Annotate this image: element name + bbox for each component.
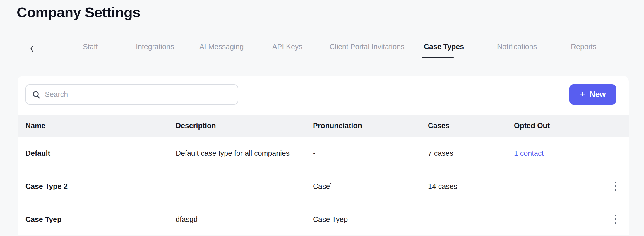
cell-cases: -: [428, 215, 514, 224]
active-tab-indicator: [422, 57, 454, 58]
cell-name: Default: [25, 149, 176, 158]
chevron-left-icon: [29, 45, 34, 52]
search-input[interactable]: [45, 90, 232, 99]
kebab-menu-icon: [615, 215, 616, 216]
cell-name: Case Tyep: [25, 215, 176, 224]
cell-pronunciation: Case`: [313, 182, 428, 191]
cell-opted-out: -: [514, 215, 602, 224]
tab-api-keys[interactable]: API Keys: [272, 42, 302, 51]
cell-pronunciation: Case Tyep: [313, 215, 428, 224]
page-title: Company Settings: [17, 4, 140, 20]
table-row: Default Default case type for all compan…: [18, 137, 629, 170]
tab-ai-messaging[interactable]: AI Messaging: [199, 42, 244, 51]
tabs-scroll-left-button[interactable]: [27, 45, 36, 53]
tab-integrations[interactable]: Integrations: [136, 42, 174, 51]
settings-tabs: Staff Integrations AI Messaging API Keys…: [17, 40, 629, 58]
table-row: Case Type 2 - Case` 14 cases -: [18, 170, 629, 203]
cell-description: Default case type for all companies: [176, 149, 313, 158]
cell-description: dfasgd: [176, 215, 313, 224]
search-icon: [32, 90, 41, 99]
column-header-name: Name: [25, 122, 176, 130]
tab-reports[interactable]: Reports: [571, 42, 597, 51]
row-menu-button[interactable]: [609, 177, 622, 196]
column-header-cases: Cases: [428, 122, 514, 130]
tab-notifications[interactable]: Notifications: [497, 42, 537, 51]
table-row: Case Tyep dfasgd Case Tyep - -: [18, 203, 629, 235]
search-box[interactable]: [25, 84, 238, 105]
case-types-panel: + New Name Description Pronunciation Cas…: [18, 76, 629, 235]
row-menu-button[interactable]: [609, 210, 622, 229]
table-header-row: Name Description Pronunciation Cases Opt…: [18, 115, 629, 137]
opted-out-contacts-link[interactable]: 1 contact: [514, 149, 544, 157]
cell-description: -: [176, 182, 313, 191]
tab-client-portal-invitations[interactable]: Client Portal Invitations: [330, 42, 405, 51]
column-header-pronunciation: Pronunciation: [313, 122, 428, 130]
tab-staff[interactable]: Staff: [83, 42, 98, 51]
cell-name: Case Type 2: [25, 182, 176, 191]
new-button-label: New: [590, 90, 606, 99]
plus-icon: +: [580, 89, 585, 99]
cell-opted-out: -: [514, 182, 602, 191]
kebab-menu-icon: [615, 182, 616, 183]
cell-pronunciation: -: [313, 149, 428, 158]
tab-case-types[interactable]: Case Types: [424, 42, 464, 51]
new-case-type-button[interactable]: + New: [569, 84, 616, 105]
table-toolbar: + New: [18, 76, 629, 115]
cell-cases: 14 cases: [428, 182, 514, 191]
column-header-description: Description: [176, 122, 313, 130]
cell-cases: 7 cases: [428, 149, 514, 158]
column-header-opted-out: Opted Out: [514, 122, 602, 130]
